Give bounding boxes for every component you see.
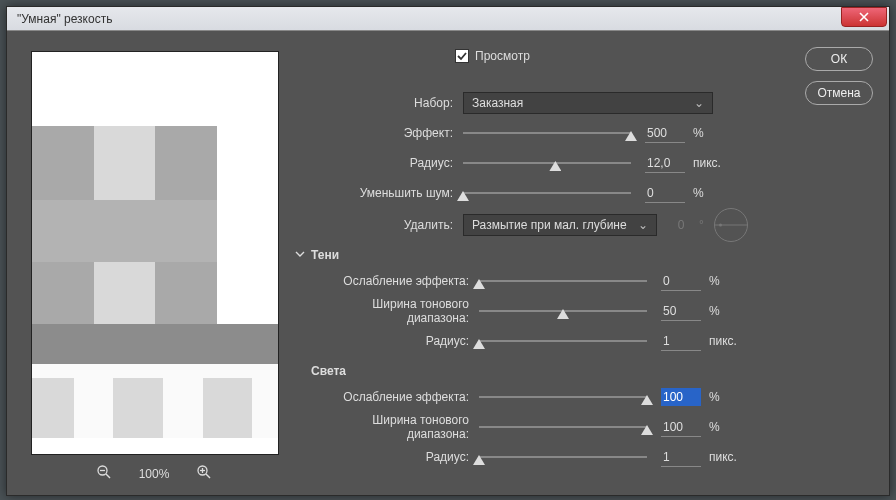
shadows-radius-input[interactable]: 1 bbox=[661, 332, 701, 351]
shadows-fade-input[interactable]: 0 bbox=[661, 272, 701, 291]
noise-input[interactable]: 0 bbox=[645, 184, 685, 203]
preview-label: Просмотр bbox=[475, 49, 530, 63]
highlights-radius-unit: пикс. bbox=[701, 450, 745, 464]
highlights-radius-slider[interactable] bbox=[479, 447, 647, 467]
preset-dropdown[interactable]: Заказная ⌄ bbox=[463, 92, 713, 114]
preview-checkbox[interactable] bbox=[455, 49, 469, 63]
dialog-window: "Умная" резкость bbox=[6, 6, 890, 496]
highlights-width-input[interactable]: 100 bbox=[661, 418, 701, 437]
shadows-width-unit: % bbox=[701, 304, 745, 318]
zoom-out-button[interactable] bbox=[97, 465, 111, 483]
chevron-down-icon: ⌄ bbox=[638, 218, 648, 232]
highlights-width-slider[interactable] bbox=[479, 417, 647, 437]
shadows-width-input[interactable]: 50 bbox=[661, 302, 701, 321]
amount-unit: % bbox=[685, 126, 729, 140]
remove-label: Удалить: bbox=[295, 218, 463, 232]
amount-slider[interactable] bbox=[463, 123, 631, 143]
shadows-title: Тени bbox=[311, 248, 339, 262]
noise-unit: % bbox=[685, 186, 729, 200]
chevron-down-icon: ⌄ bbox=[694, 96, 704, 110]
highlights-fade-unit: % bbox=[701, 390, 745, 404]
highlights-fade-label: Ослабление эффекта: bbox=[311, 390, 479, 404]
noise-slider[interactable] bbox=[463, 183, 631, 203]
shadows-width-label: Ширина тонового диапазона: bbox=[311, 297, 479, 325]
shadows-fade-slider[interactable] bbox=[479, 271, 647, 291]
highlights-fade-input[interactable]: 100 bbox=[661, 388, 701, 406]
chevron-down-icon bbox=[295, 248, 305, 262]
highlights-radius-label: Радиус: bbox=[311, 450, 479, 464]
highlights-width-unit: % bbox=[701, 420, 745, 434]
shadows-fade-label: Ослабление эффекта: bbox=[311, 274, 479, 288]
close-button[interactable] bbox=[841, 7, 887, 27]
svg-line-4 bbox=[206, 474, 210, 478]
preset-value: Заказная bbox=[472, 96, 694, 110]
shadows-radius-unit: пикс. bbox=[701, 334, 745, 348]
ok-button[interactable]: ОК bbox=[805, 47, 873, 71]
highlights-radius-input[interactable]: 1 bbox=[661, 448, 701, 467]
cancel-button[interactable]: Отмена bbox=[805, 81, 873, 105]
remove-dropdown[interactable]: Размытие при мал. глубине ⌄ bbox=[463, 214, 657, 236]
shadows-width-slider[interactable] bbox=[479, 301, 647, 321]
preset-label: Набор: bbox=[295, 96, 463, 110]
highlights-fade-slider[interactable] bbox=[479, 387, 647, 407]
angle-dial bbox=[714, 208, 748, 242]
preview-image[interactable] bbox=[31, 51, 279, 455]
radius-unit: пикс. bbox=[685, 156, 729, 170]
radius-input[interactable]: 12,0 bbox=[645, 154, 685, 173]
titlebar[interactable]: "Умная" резкость bbox=[7, 7, 889, 31]
angle-unit: ° bbox=[699, 218, 704, 232]
check-icon bbox=[457, 51, 467, 61]
angle-input: 0 bbox=[667, 218, 695, 232]
shadows-radius-slider[interactable] bbox=[479, 331, 647, 351]
close-icon bbox=[859, 12, 869, 22]
radius-slider[interactable] bbox=[463, 153, 631, 173]
window-title: "Умная" резкость bbox=[17, 12, 841, 26]
noise-label: Уменьшить шум: bbox=[295, 186, 463, 200]
shadows-radius-label: Радиус: bbox=[311, 334, 479, 348]
amount-input[interactable]: 500 bbox=[645, 124, 685, 143]
zoom-in-button[interactable] bbox=[197, 465, 211, 483]
highlights-section: Света bbox=[311, 364, 873, 378]
shadows-section-toggle[interactable]: Тени bbox=[295, 248, 873, 262]
shadows-fade-unit: % bbox=[701, 274, 745, 288]
amount-label: Эффект: bbox=[295, 126, 463, 140]
radius-label: Радиус: bbox=[295, 156, 463, 170]
highlights-title: Света bbox=[311, 364, 346, 378]
svg-line-1 bbox=[106, 474, 110, 478]
highlights-width-label: Ширина тонового диапазона: bbox=[311, 413, 479, 441]
zoom-level[interactable]: 100% bbox=[139, 467, 170, 481]
zoom-in-icon bbox=[197, 465, 211, 479]
remove-value: Размытие при мал. глубине bbox=[472, 218, 638, 232]
zoom-out-icon bbox=[97, 465, 111, 479]
